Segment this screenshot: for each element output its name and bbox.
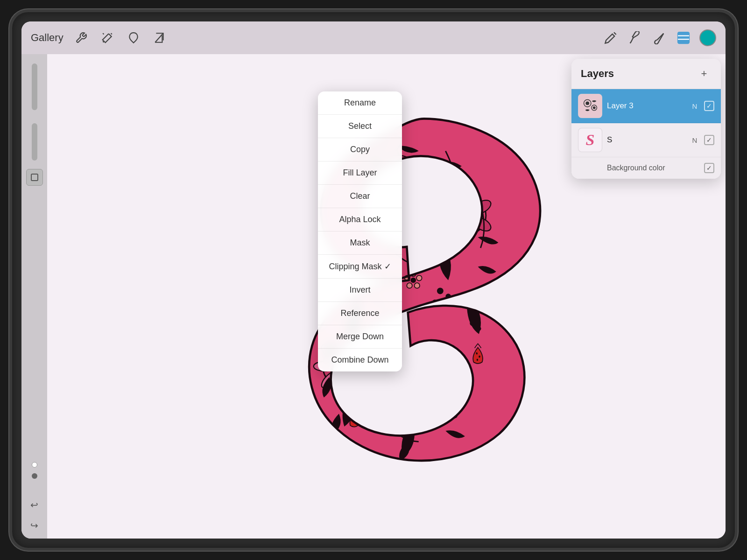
layer3-mode: N <box>690 102 699 110</box>
canvas-area: Rename Select Copy Fill Layer Clear Alph… <box>47 54 726 539</box>
svg-point-62 <box>389 380 394 385</box>
s-layer-name: S <box>607 135 685 145</box>
svg-point-25 <box>441 215 463 234</box>
add-layer-button[interactable]: + <box>697 66 712 81</box>
svg-point-44 <box>411 388 431 405</box>
svg-line-2 <box>103 42 104 42</box>
layers-panel: Layers + <box>571 59 721 179</box>
svg-point-77 <box>593 106 596 109</box>
background-color-row: Background color <box>571 157 721 179</box>
left-sidebar: ↩ ↪ <box>21 54 47 539</box>
screen: Gallery <box>21 21 726 539</box>
smudge-tool[interactable] <box>651 29 668 46</box>
svg-point-64 <box>393 390 397 394</box>
svg-point-40 <box>439 388 459 405</box>
context-menu-alpha-lock[interactable]: Alpha Lock <box>318 208 402 231</box>
svg-point-63 <box>395 384 399 388</box>
svg-point-48 <box>437 288 444 294</box>
background-color-label: Background color <box>578 164 699 172</box>
svg-point-65 <box>387 390 391 394</box>
svg-point-19 <box>459 208 475 224</box>
clipping-mask-label: Clipping Mask ✓ <box>329 261 391 272</box>
s-layer-visibility[interactable] <box>704 135 714 145</box>
brush-tool[interactable] <box>627 29 643 46</box>
s-layer-mode: N <box>690 136 699 144</box>
color-dot-white[interactable] <box>32 462 37 468</box>
svg-point-41 <box>439 404 459 420</box>
right-tools <box>602 29 716 46</box>
context-menu-clear[interactable]: Clear <box>318 185 402 208</box>
svg-line-4 <box>614 32 616 35</box>
svg-point-55 <box>477 327 481 331</box>
svg-line-0 <box>103 33 104 34</box>
background-color-toggle[interactable] <box>704 163 714 173</box>
undo-button[interactable]: ↩ <box>26 497 43 513</box>
svg-point-67 <box>389 385 394 390</box>
layers-tool[interactable] <box>675 29 692 46</box>
svg-point-75 <box>585 101 589 105</box>
context-menu-clipping-mask[interactable]: Clipping Mask ✓ <box>318 255 402 279</box>
layers-header: Layers + <box>571 59 721 89</box>
svg-point-46 <box>405 240 411 245</box>
svg-rect-6 <box>31 174 38 181</box>
s-layer-thumbnail: S <box>578 128 602 152</box>
wrench-tool[interactable] <box>73 29 90 46</box>
layer-item-layer3[interactable]: Layer 3 N <box>571 89 721 123</box>
top-bar: Gallery <box>21 21 726 54</box>
layer-item-s[interactable]: S S N <box>571 123 721 157</box>
svg-point-33 <box>338 374 348 396</box>
context-menu-fill-layer[interactable]: Fill Layer <box>318 161 402 185</box>
layer3-visibility[interactable] <box>704 101 714 111</box>
color-picker[interactable] <box>699 29 716 46</box>
color-dot-black[interactable] <box>32 473 37 479</box>
svg-point-32 <box>345 369 367 391</box>
context-menu-copy[interactable]: Copy <box>318 138 402 161</box>
gallery-button[interactable]: Gallery <box>31 32 63 44</box>
svg-point-39 <box>430 378 439 397</box>
svg-point-21 <box>462 189 472 208</box>
opacity-slider[interactable] <box>32 123 37 161</box>
ipad-frame: Gallery <box>9 9 738 551</box>
svg-point-57 <box>416 275 422 281</box>
svg-rect-5 <box>678 32 689 43</box>
svg-point-20 <box>463 212 471 219</box>
main-content: ↩ ↪ <box>21 54 726 539</box>
liquefy-tool[interactable] <box>125 29 142 46</box>
layers-title: Layers <box>581 68 614 80</box>
square-tool-btn[interactable] <box>26 169 43 186</box>
pencil-tool[interactable] <box>602 29 619 46</box>
svg-point-38 <box>428 397 442 411</box>
svg-line-1 <box>111 33 112 34</box>
transform-tool[interactable] <box>151 29 168 46</box>
svg-point-37 <box>417 387 452 421</box>
context-menu-rename[interactable]: Rename <box>318 91 402 115</box>
context-menu-select[interactable]: Select <box>318 115 402 138</box>
context-menu-reference[interactable]: Reference <box>318 302 402 325</box>
brush-size-slider[interactable] <box>32 63 37 110</box>
layer3-name: Layer 3 <box>607 101 685 111</box>
context-menu-merge-down[interactable]: Merge Down <box>318 325 402 349</box>
magic-wand-tool[interactable] <box>99 29 116 46</box>
svg-point-66 <box>384 384 388 388</box>
context-menu-combine-down[interactable]: Combine Down <box>318 349 402 371</box>
svg-point-54 <box>470 321 475 326</box>
svg-point-26 <box>441 197 463 217</box>
svg-point-70 <box>477 359 478 361</box>
svg-point-61 <box>410 278 416 283</box>
svg-point-58 <box>414 283 420 288</box>
context-menu-mask[interactable]: Mask <box>318 231 402 255</box>
svg-point-43 <box>411 404 431 420</box>
context-menu-invert[interactable]: Invert <box>318 279 402 302</box>
svg-point-59 <box>407 283 412 288</box>
layer3-thumbnail <box>578 94 602 118</box>
context-menu: Rename Select Copy Fill Layer Clear Alph… <box>318 91 402 371</box>
redo-button[interactable]: ↪ <box>26 517 43 534</box>
